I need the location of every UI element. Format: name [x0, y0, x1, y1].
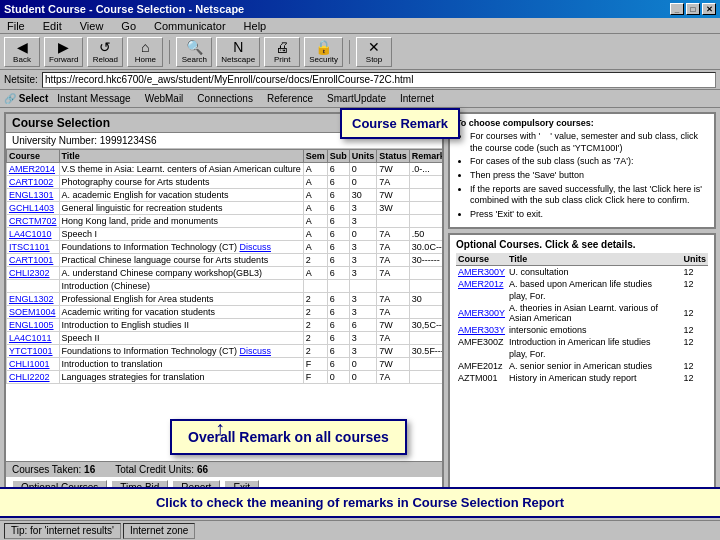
opt-cell-units: 12 — [682, 278, 709, 290]
opt-cell-title: play, For. — [507, 290, 681, 302]
menu-help[interactable]: Help — [241, 20, 270, 32]
opt-cell-code: AZTM001 — [456, 372, 507, 384]
course-code-link[interactable]: CART1002 — [9, 177, 53, 187]
address-input[interactable] — [42, 72, 716, 88]
print-button[interactable]: 🖨 Print — [264, 37, 300, 67]
webmail-link[interactable]: WebMail — [140, 92, 189, 105]
course-remark-label: Course Remark — [352, 116, 448, 131]
course-code-link[interactable]: AMER2014 — [9, 164, 55, 174]
cell-remark — [409, 202, 442, 215]
cell-title: Hong Kong land, pride and monuments — [59, 215, 303, 228]
col-status: Status — [377, 150, 410, 163]
course-code-link[interactable]: ENGL1302 — [9, 294, 54, 304]
course-table-container[interactable]: Course Title Sem Sub Units Status Remark… — [6, 149, 442, 461]
course-code-link[interactable]: YTCT1001 — [9, 346, 53, 356]
cell-remark — [409, 371, 442, 384]
cell-status: 7A — [377, 228, 410, 241]
course-code-link[interactable]: CART1001 — [9, 255, 53, 265]
course-code-link[interactable]: CRCTM702 — [9, 216, 57, 226]
discuss-link[interactable]: Discuss — [239, 242, 271, 252]
university-value: 19991234S6 — [100, 135, 157, 146]
search-button[interactable]: 🔍 Search — [176, 37, 212, 67]
cell-status: 7W — [377, 163, 410, 176]
cell-title: A. academic English for vacation student… — [59, 189, 303, 202]
course-code-link[interactable]: CHLI2202 — [9, 372, 50, 382]
maximize-button[interactable]: □ — [686, 3, 700, 15]
cell-sub: 6 — [327, 306, 349, 319]
list-item: AMER201z A. based upon American life stu… — [456, 278, 708, 290]
cell-sub: 6 — [327, 228, 349, 241]
cell-code: LA4C1010 — [7, 228, 60, 241]
course-code-link[interactable]: SOEM1004 — [9, 307, 56, 317]
connections-link[interactable]: Connections — [192, 92, 258, 105]
opt-cell-title: intersonic emotions — [507, 324, 681, 336]
window-title: Student Course - Course Selection - Nets… — [4, 3, 244, 15]
cell-code: CRCTM702 — [7, 215, 60, 228]
opt-cell-units — [682, 290, 709, 302]
cell-sem: F — [303, 358, 327, 371]
smartupdate-link[interactable]: SmartUpdate — [322, 92, 391, 105]
cell-title: Introduction to English studies II — [59, 319, 303, 332]
close-button[interactable]: ✕ — [702, 3, 716, 15]
security-button[interactable]: 🔒 Security — [304, 37, 343, 67]
cell-remark: .50 — [409, 228, 442, 241]
optional-code-link[interactable]: AMER303Y — [458, 325, 505, 335]
table-row: ITSC1101 Foundations to Information Tech… — [7, 241, 443, 254]
minimize-button[interactable]: _ — [670, 3, 684, 15]
optional-code-link[interactable]: AMER300Y — [458, 267, 505, 277]
optional-table: Course Title Units AMER300Y U. consultat… — [456, 253, 708, 384]
cell-units: 3 — [349, 306, 377, 319]
cell-sem: 2 — [303, 293, 327, 306]
opt-col-title: Title — [507, 253, 681, 266]
opt-cell-units: 12 — [682, 336, 709, 348]
discuss-link[interactable]: Discuss — [239, 346, 271, 356]
course-code-link[interactable]: LA4C1010 — [9, 229, 52, 239]
menu-file[interactable]: File — [4, 20, 28, 32]
course-code-link[interactable]: ITSC1101 — [9, 242, 50, 252]
table-row: Introduction (Chinese) — [7, 280, 443, 293]
table-row: ENGL1005 Introduction to English studies… — [7, 319, 443, 332]
forward-button[interactable]: ▶ Forward — [44, 37, 83, 67]
menu-communicator[interactable]: Communicator — [151, 20, 229, 32]
home-button[interactable]: ⌂ Home — [127, 37, 163, 67]
cell-sem: A — [303, 176, 327, 189]
cell-title: Speech I — [59, 228, 303, 241]
cell-sem: A — [303, 189, 327, 202]
reload-button[interactable]: ↺ Reload — [87, 37, 123, 67]
optional-code-link[interactable]: AMER201z — [458, 279, 504, 289]
instant-message-link[interactable]: Instant Message — [52, 92, 135, 105]
instruction-item-1: For courses with ' ' value, semester and… — [470, 131, 708, 154]
course-code-link[interactable]: GCHL1403 — [9, 203, 54, 213]
address-bar: Netsite: — [0, 70, 720, 90]
cell-sub: 6 — [327, 267, 349, 280]
up-arrow-icon: ↑ — [215, 417, 225, 440]
cell-units: 0 — [349, 228, 377, 241]
cell-code: CART1002 — [7, 176, 60, 189]
opt-cell-title: U. consultation — [507, 265, 681, 278]
cell-units: 6 — [349, 319, 377, 332]
table-row: AMER2014 V.S theme in Asia: Learnt. cent… — [7, 163, 443, 176]
links-label: 🔗 Select — [4, 93, 48, 104]
menu-edit[interactable]: Edit — [40, 20, 65, 32]
course-code-link[interactable]: ENGL1005 — [9, 320, 54, 330]
cell-remark: 30.5F---- — [409, 345, 442, 358]
optional-code-link[interactable]: AMER300Y — [458, 308, 505, 318]
cell-remark — [409, 280, 442, 293]
course-code-link[interactable]: ENGL1301 — [9, 190, 54, 200]
click-check-box[interactable]: Click to check the meaning of remarks in… — [0, 487, 720, 518]
opt-cell-code — [456, 348, 507, 360]
course-code-link[interactable]: LA4C1011 — [9, 333, 52, 343]
back-button[interactable]: ◀ Back — [4, 37, 40, 67]
cell-title: General linguistic for recreation studen… — [59, 202, 303, 215]
cell-title: Languages strategies for translation — [59, 371, 303, 384]
course-code-link[interactable]: CHLI2302 — [9, 268, 50, 278]
menu-view[interactable]: View — [77, 20, 107, 32]
course-code-link[interactable]: CHLI1001 — [9, 359, 50, 369]
stop-button[interactable]: ✕ Stop — [356, 37, 392, 67]
instruction-item-5: Press 'Exit' to exit. — [470, 209, 708, 221]
cell-sem: A — [303, 267, 327, 280]
menu-go[interactable]: Go — [118, 20, 139, 32]
internet-link[interactable]: Internet — [395, 92, 439, 105]
reference-link[interactable]: Reference — [262, 92, 318, 105]
netscape-button[interactable]: N Netscape — [216, 37, 260, 67]
